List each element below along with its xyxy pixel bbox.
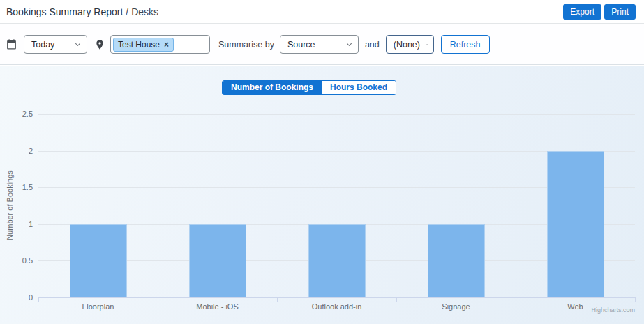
location-pin-icon bbox=[94, 38, 105, 51]
title-separator: / bbox=[126, 6, 128, 17]
highcharts-credit[interactable]: Highcharts.com bbox=[591, 307, 635, 314]
chevron-down-icon bbox=[426, 40, 428, 48]
y-axis-tick-label: 1 bbox=[5, 220, 33, 228]
and-label: and bbox=[365, 40, 380, 50]
y-gridline bbox=[38, 114, 635, 115]
secondary-summarise-select[interactable]: (None) bbox=[386, 35, 434, 54]
x-axis-tick bbox=[516, 298, 516, 302]
y-gridline bbox=[38, 187, 635, 188]
y-axis-tick-label: 2.5 bbox=[5, 110, 33, 118]
bar-chart: Number of Bookings 00.511.522.5Floorplan… bbox=[0, 66, 644, 324]
bar-outlook-add-in[interactable] bbox=[308, 224, 366, 297]
y-axis-title: Number of Bookings bbox=[6, 170, 14, 240]
y-axis-tick-label: 1.5 bbox=[5, 183, 33, 191]
x-axis-category-label: Outlook add-in bbox=[285, 302, 389, 311]
summarise-by-label: Summarise by bbox=[218, 40, 274, 50]
x-axis-tick bbox=[635, 298, 636, 302]
y-axis-tick-label: 2 bbox=[5, 147, 33, 155]
secondary-summarise-value: (None) bbox=[394, 40, 420, 50]
page-title: Bookings Summary Report/Desks bbox=[6, 6, 158, 17]
chevron-down-icon bbox=[74, 40, 82, 48]
chart-region: Number of Bookings Hours Booked Number o… bbox=[0, 66, 644, 324]
x-axis-category-label: Floorplan bbox=[46, 302, 151, 311]
filter-bar: Today Test House × Summarise by Source a… bbox=[0, 24, 644, 65]
remove-tag-icon[interactable]: × bbox=[164, 40, 169, 50]
location-tag: Test House × bbox=[113, 38, 174, 52]
y-gridline bbox=[38, 151, 635, 152]
report-subtitle: Desks bbox=[131, 6, 158, 17]
bar-signage[interactable] bbox=[428, 224, 485, 297]
y-axis-tick-label: 0 bbox=[5, 293, 33, 302]
bar-floorplan[interactable] bbox=[70, 224, 127, 297]
date-range-value: Today bbox=[31, 40, 54, 50]
summarise-by-select[interactable]: Source bbox=[280, 35, 359, 54]
bar-mobile-ios[interactable] bbox=[189, 224, 246, 297]
x-axis-tick bbox=[277, 298, 278, 302]
location-tag-label: Test House bbox=[118, 40, 160, 50]
x-axis-category-label: Mobile - iOS bbox=[165, 302, 270, 311]
x-axis-tick bbox=[38, 298, 39, 302]
date-range-select[interactable]: Today bbox=[24, 35, 87, 54]
report-title: Bookings Summary Report bbox=[6, 6, 123, 17]
summarise-by-value: Source bbox=[287, 40, 315, 50]
chevron-down-icon bbox=[345, 40, 353, 48]
header: Bookings Summary Report/Desks Export Pri… bbox=[0, 0, 644, 24]
x-axis-category-label: Signage bbox=[404, 302, 509, 311]
x-axis-tick bbox=[158, 298, 158, 302]
export-button[interactable]: Export bbox=[563, 4, 601, 20]
print-button[interactable]: Print bbox=[604, 4, 636, 20]
location-filter-input[interactable]: Test House × bbox=[110, 35, 210, 54]
x-axis-line bbox=[38, 297, 636, 298]
y-axis-tick-label: 0.5 bbox=[5, 256, 33, 265]
calendar-icon bbox=[6, 38, 17, 50]
bar-web[interactable] bbox=[547, 151, 604, 297]
x-axis-tick bbox=[396, 298, 397, 302]
refresh-button[interactable]: Refresh bbox=[441, 35, 490, 54]
